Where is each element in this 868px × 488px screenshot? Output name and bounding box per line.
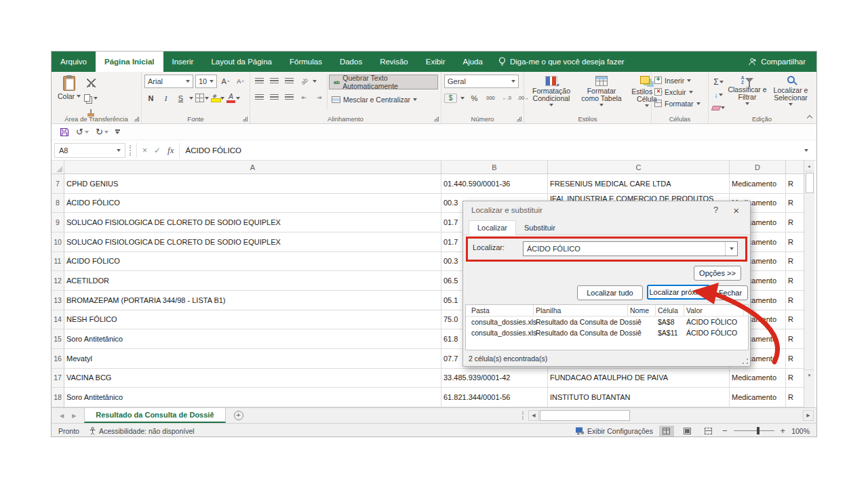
number-format-combobox[interactable]: Geral bbox=[444, 75, 519, 88]
view-page-layout-button[interactable] bbox=[680, 426, 695, 436]
grid-cell[interactable]: R bbox=[786, 291, 804, 310]
paste-button[interactable]: Colar bbox=[54, 75, 84, 119]
align-center-button[interactable] bbox=[268, 91, 281, 104]
align-middle-button[interactable] bbox=[268, 75, 281, 87]
increase-decimal-button[interactable]: ←.0 bbox=[500, 92, 513, 104]
orientation-button[interactable]: ab bbox=[295, 72, 313, 90]
scroll-down-icon[interactable]: ▼ bbox=[804, 369, 814, 380]
grid-cell[interactable]: R bbox=[786, 232, 804, 251]
wrap-text-button[interactable]: ab Quebrar Texto Automaticamente bbox=[329, 75, 438, 89]
row-header[interactable]: 15 bbox=[52, 329, 64, 348]
grid-cell[interactable]: Soro Antitetânico bbox=[64, 388, 441, 407]
dialog-close-icon[interactable]: × bbox=[733, 205, 739, 216]
zoom-slider[interactable] bbox=[734, 430, 774, 431]
tab-ajuda[interactable]: Ajuda bbox=[454, 52, 492, 72]
italic-button[interactable]: I bbox=[159, 92, 172, 104]
dialog-resize-grip[interactable] bbox=[742, 358, 749, 365]
grid-cell[interactable]: Medicamento bbox=[730, 388, 786, 407]
grid-cell[interactable]: R bbox=[786, 252, 804, 271]
grid-cell[interactable]: VACINA BCG bbox=[64, 369, 441, 388]
dialog-help-icon[interactable]: ? bbox=[713, 205, 718, 216]
grid-cell[interactable]: ÁCIDO FÓLICO bbox=[64, 252, 441, 271]
sort-filter-button[interactable]: AZ Classificar e Filtrar bbox=[726, 75, 769, 113]
find-results-list[interactable]: Pasta Planilha Nome Célula Valor consult… bbox=[465, 304, 749, 350]
close-button[interactable]: Fechar bbox=[713, 285, 748, 300]
underline-button[interactable]: S bbox=[174, 92, 187, 104]
undo-button[interactable]: ↺ bbox=[76, 127, 89, 137]
row-header[interactable]: 11 bbox=[52, 252, 64, 271]
percent-style-button[interactable]: % bbox=[468, 92, 481, 104]
format-cells-button[interactable]: Formatar bbox=[654, 98, 705, 109]
tab-layout-da-pagina[interactable]: Layout da Página bbox=[202, 52, 281, 72]
grid-cell[interactable]: FUNDACAO ATAULPHO DE PAIVA bbox=[548, 369, 730, 388]
font-color-button[interactable]: A bbox=[226, 92, 240, 104]
grid-cell[interactable]: R bbox=[786, 271, 804, 290]
row-header[interactable]: 7 bbox=[52, 174, 64, 193]
view-normal-button[interactable] bbox=[659, 426, 674, 436]
grid-cell[interactable]: R bbox=[786, 349, 804, 368]
grid-cell[interactable]: R bbox=[786, 388, 804, 407]
align-bottom-button[interactable] bbox=[283, 75, 296, 87]
find-what-dropdown-icon[interactable] bbox=[725, 242, 737, 256]
grid-cell[interactable]: R bbox=[786, 194, 804, 213]
formula-input[interactable]: ÁCIDO FÓLICO bbox=[180, 143, 804, 158]
tab-revisao[interactable]: Revisão bbox=[371, 52, 417, 72]
grid-cell[interactable]: R bbox=[786, 329, 804, 348]
grid-cell[interactable]: R bbox=[786, 174, 804, 193]
find-select-button[interactable]: Localizar e Selecionar bbox=[769, 75, 812, 113]
delete-cells-button[interactable]: Excluir bbox=[654, 86, 705, 98]
grid-cell[interactable]: SOLUCAO FISIOLOGICA DE CLORETO DE SODIO … bbox=[64, 213, 441, 232]
hscroll-left-icon[interactable]: ◀ bbox=[528, 410, 539, 421]
select-all-corner[interactable] bbox=[52, 161, 64, 174]
clipboard-dialog-launcher[interactable] bbox=[134, 117, 139, 121]
display-settings-button[interactable]: Exibir Configurações bbox=[576, 427, 653, 435]
row-header[interactable]: 8 bbox=[52, 194, 64, 213]
tab-dados[interactable]: Dados bbox=[331, 52, 371, 72]
tab-inserir[interactable]: Inserir bbox=[163, 52, 203, 72]
grid-cell[interactable]: Mevatyl bbox=[64, 349, 441, 368]
vertical-scroll-thumb[interactable] bbox=[806, 173, 814, 193]
font-size-combobox[interactable]: 10 bbox=[195, 75, 217, 88]
row-header[interactable]: 17 bbox=[52, 369, 64, 388]
alignment-dialog-launcher[interactable] bbox=[434, 117, 439, 121]
borders-button[interactable] bbox=[195, 92, 209, 104]
grid-cell[interactable]: NESH FÓLICO bbox=[64, 310, 441, 329]
font-name-combobox[interactable]: Arial bbox=[144, 75, 193, 88]
shrink-font-button[interactable]: A˅ bbox=[234, 75, 247, 88]
result-row[interactable]: consulta_dossies.xls Resultado da Consul… bbox=[466, 317, 748, 327]
fill-color-button[interactable] bbox=[211, 92, 224, 104]
vertical-scrollbar[interactable]: ▲ ▼ bbox=[804, 161, 814, 407]
font-dialog-launcher[interactable] bbox=[243, 117, 248, 121]
grid-cell[interactable]: Medicamento bbox=[730, 174, 786, 193]
scrollbar-divider[interactable] bbox=[522, 411, 525, 420]
scroll-up-icon[interactable]: ▲ bbox=[804, 161, 814, 171]
result-row[interactable]: consulta_dossies.xls Resultado da Consul… bbox=[466, 327, 748, 338]
grow-font-button[interactable]: A˄ bbox=[219, 75, 232, 88]
cut-button[interactable] bbox=[84, 77, 98, 89]
customize-qat-icon[interactable] bbox=[115, 129, 120, 134]
zoom-slider-thumb[interactable] bbox=[757, 427, 760, 434]
accounting-format-button[interactable]: $ bbox=[444, 94, 457, 103]
hscroll-right-icon[interactable]: ▶ bbox=[803, 410, 814, 421]
column-header-d[interactable]: D bbox=[730, 161, 786, 174]
format-as-table-button[interactable]: Formatar como Tabela bbox=[577, 75, 626, 113]
grid-cell[interactable]: INSTITUTO BUTANTAN bbox=[548, 388, 730, 407]
row-header[interactable]: 18 bbox=[52, 388, 64, 407]
expand-formula-bar-icon[interactable] bbox=[804, 149, 808, 152]
row-header[interactable]: 14 bbox=[52, 310, 64, 329]
decrease-indent-button[interactable]: ⇤ bbox=[298, 91, 311, 104]
column-header-e[interactable] bbox=[786, 161, 804, 174]
copy-button[interactable] bbox=[84, 92, 98, 104]
align-left-button[interactable] bbox=[253, 91, 266, 104]
row-header[interactable]: 16 bbox=[52, 349, 64, 368]
sheet-tab-active[interactable]: Resultado da Consulta de Dossiê bbox=[84, 408, 225, 423]
grid-cell[interactable]: Soro Antitetânico bbox=[64, 329, 441, 348]
save-icon[interactable] bbox=[60, 127, 69, 137]
column-header-a[interactable]: A bbox=[64, 161, 441, 174]
grid-cell[interactable]: FRESENIUS MEDICAL CARE LTDA bbox=[548, 174, 730, 193]
grid-cell[interactable]: R bbox=[786, 369, 804, 388]
zoom-out-icon[interactable]: − bbox=[722, 426, 728, 436]
clear-button[interactable] bbox=[711, 102, 726, 113]
accessibility-status[interactable]: Acessibilidade: não disponível bbox=[89, 427, 195, 435]
find-next-button[interactable]: Localizar próxima bbox=[647, 285, 710, 300]
